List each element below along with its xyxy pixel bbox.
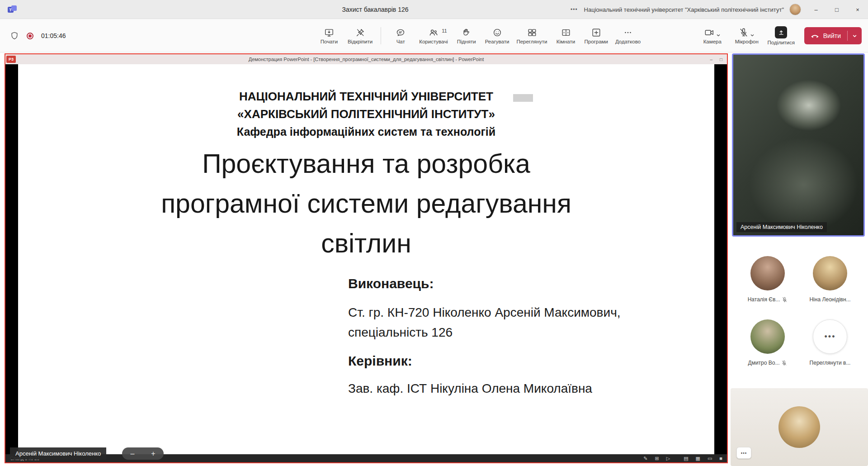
raise-hand-icon: [462, 28, 472, 38]
share-screen-button[interactable]: Поділитися: [766, 26, 796, 45]
meeting-timer: 01:05:46: [41, 32, 66, 39]
all-slides-icon[interactable]: ⊞: [655, 456, 659, 461]
executor-label: Виконавець:: [348, 276, 434, 291]
slideshow-view-icon[interactable]: ■: [719, 456, 722, 461]
maximize-button[interactable]: □: [826, 0, 847, 19]
participant-count-badge: 11: [442, 28, 447, 33]
view-button[interactable]: Переглянути: [514, 25, 550, 47]
apps-button[interactable]: Програми: [582, 25, 611, 47]
meeting-org-name[interactable]: Національний технічний університет "Харк…: [584, 6, 784, 13]
chevron-down-icon[interactable]: [750, 33, 755, 38]
meeting-title: Захист бакалаврів 126: [342, 0, 408, 19]
department-name: Кафедра інформаційних систем та технолог…: [18, 123, 714, 141]
supervisor-label: Керівник:: [348, 353, 412, 369]
avatar: [750, 319, 785, 354]
presenter-video-tile[interactable]: Арсеній Максимович Ніколенко: [732, 53, 865, 237]
university-name: НАЦІОНАЛЬНИЙ ТЕХНІЧНИЙ УНІВЕРСИТЕТ: [18, 88, 714, 105]
zoom-in-button[interactable]: +: [151, 450, 155, 457]
powerpoint-app-icon: P3: [6, 56, 16, 63]
powerpoint-statusbar: Слайд 1 из 23 ✎ ⊞ ▷ ▤ ▦ ▭ ■: [5, 454, 727, 462]
people-button[interactable]: 11 Користувачі: [416, 25, 450, 47]
advance-slide-icon[interactable]: ▷: [666, 456, 670, 461]
annotate-icon[interactable]: ✎: [643, 456, 647, 461]
avatar: [778, 406, 820, 448]
ppt-maximize-icon[interactable]: □: [720, 57, 722, 62]
participant-tile[interactable]: Наталія Єв...: [736, 256, 799, 303]
minimize-button[interactable]: –: [806, 0, 826, 19]
participant-tile[interactable]: Дмитро Во...: [736, 319, 799, 366]
raise-hand-button[interactable]: Підняти: [453, 25, 481, 47]
avatar: [813, 256, 847, 290]
slideshow-area: НАЦІОНАЛЬНИЙ ТЕХНІЧНИЙ УНІВЕРСИТЕТ «ХАРК…: [5, 64, 727, 454]
chat-button[interactable]: Чат: [387, 25, 415, 47]
rooms-button[interactable]: Кімнати: [552, 25, 580, 47]
react-button[interactable]: Реагувати: [482, 25, 512, 47]
shield-icon: [10, 31, 19, 40]
powerpoint-window-title: Демонстрация PowerPoint - [Створення_про…: [249, 57, 484, 62]
more-dots-icon: [623, 28, 633, 38]
hang-up-icon: [811, 32, 819, 39]
reading-view-icon[interactable]: ▭: [708, 456, 712, 461]
titlebar-more-icon[interactable]: •••: [564, 6, 584, 13]
more-button[interactable]: Додатково: [613, 25, 643, 47]
zoom-out-button[interactable]: –: [130, 450, 134, 457]
camera-icon: [704, 28, 715, 38]
executor-line-2: спеціальність 126: [348, 325, 453, 340]
microphone-button[interactable]: Мікрофон: [732, 28, 762, 44]
share-screen-icon: [775, 26, 787, 38]
start-button[interactable]: Почати: [315, 25, 343, 47]
monitor-start-icon: [324, 28, 334, 38]
unpin-button[interactable]: Відкріпити: [345, 25, 375, 47]
teams-logo-icon: T: [7, 5, 17, 14]
apps-plus-icon: [591, 28, 601, 38]
notes-view-icon[interactable]: ▤: [684, 456, 688, 461]
presenter-video-nametag: Арсеній Максимович Ніколенко: [736, 222, 827, 232]
unpin-icon: [355, 28, 365, 38]
ppt-minimize-icon[interactable]: –: [710, 57, 712, 62]
breakout-rooms-icon: [561, 28, 571, 38]
leave-label: Вийти: [823, 32, 841, 39]
leave-options-chevron[interactable]: [848, 33, 862, 38]
recording-indicator-icon: [27, 33, 33, 39]
tile-more-button[interactable]: •••: [736, 447, 751, 459]
user-avatar[interactable]: [789, 4, 801, 15]
slide-title: Проєктування та розробка програмної сист…: [18, 144, 714, 263]
mic-muted-icon: [781, 360, 787, 366]
executor-line-1: Ст. гр. КН-720 Ніколенко Арсеній Максимо…: [348, 305, 621, 320]
presenter-name-overlay: Арсеній Максимович Ніколенко: [10, 447, 106, 460]
svg-text:T: T: [9, 8, 12, 12]
shared-screen-stage: P3 Демонстрация PowerPoint - [Створення_…: [5, 53, 728, 463]
meeting-toolbar: 01:05:46 Почати Відкріпити: [0, 19, 868, 52]
teams-meeting-window: T Захист бакалаврів 126 ••• Національний…: [0, 0, 868, 466]
screen-artifact: [513, 94, 533, 102]
leave-button[interactable]: Вийти: [804, 27, 862, 44]
toolbar-divider: [381, 27, 381, 44]
view-more-participants-tile[interactable]: ••• Переглянути в...: [798, 319, 862, 366]
mic-muted-icon: [782, 297, 788, 303]
window-titlebar: T Захист бакалаврів 126 ••• Національний…: [0, 0, 868, 19]
slide-1: НАЦІОНАЛЬНИЙ ТЕХНІЧНИЙ УНІВЕРСИТЕТ «ХАРК…: [18, 64, 714, 454]
bottom-video-tile[interactable]: •••: [731, 388, 868, 466]
participants-sidebar: Арсеній Максимович Ніколенко Наталія Єв.…: [731, 53, 868, 466]
zoom-control: – +: [122, 447, 164, 460]
camera-button[interactable]: Камера: [698, 28, 727, 44]
gallery-grid-icon: [527, 28, 537, 38]
institute-name: «ХАРКІВСЬКИЙ ПОЛІТЕХНІЧНИЙ ІНСТИТУТ»: [18, 105, 714, 123]
avatar: [750, 256, 785, 290]
supervisor-line: Зав. каф. ІСТ Нікуліна Олена Миколаївна: [348, 381, 592, 396]
more-participants-icon[interactable]: •••: [813, 319, 847, 354]
microphone-muted-icon: [739, 28, 749, 38]
grid-view-icon[interactable]: ▦: [696, 456, 700, 461]
chat-icon: [396, 28, 406, 38]
people-icon: [429, 28, 439, 38]
close-button[interactable]: ×: [847, 0, 868, 19]
chevron-down-icon[interactable]: [716, 33, 721, 38]
smiley-icon: [492, 28, 502, 38]
participant-tile[interactable]: Ніна Леонідівн...: [798, 256, 862, 303]
powerpoint-titlebar: P3 Демонстрация PowerPoint - [Створення_…: [5, 54, 727, 64]
